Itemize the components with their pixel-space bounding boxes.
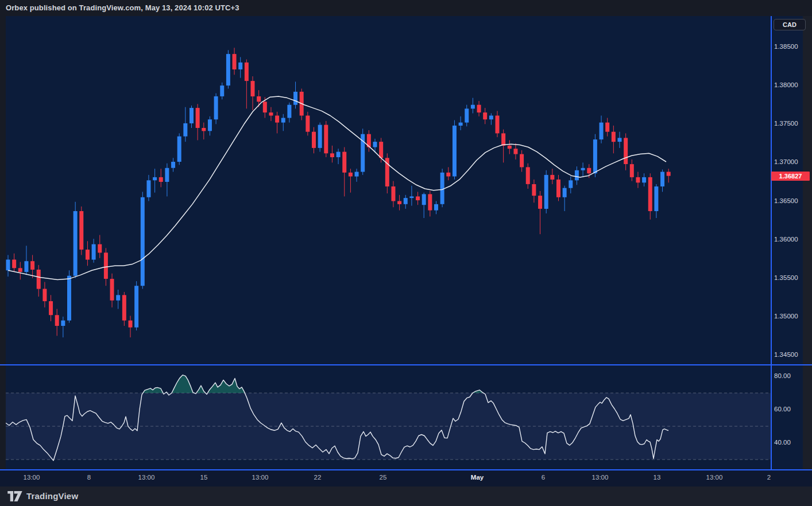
- time-axis-tick: 15: [200, 474, 208, 481]
- time-axis-tick: May: [471, 474, 484, 481]
- rsi-axis-label: 60.00: [774, 406, 791, 412]
- time-axis-tick: 25: [380, 474, 387, 481]
- time-axis-tick: 13:00: [252, 474, 269, 481]
- time-axis-tick: 13:00: [24, 474, 40, 481]
- brand-name[interactable]: TradingView: [26, 491, 78, 501]
- price-axis[interactable]: 1.385001.380001.375001.370001.365001.360…: [772, 16, 812, 470]
- footer-bar: TradingView: [0, 486, 812, 506]
- price-axis-label: 1.36000: [774, 236, 798, 243]
- publish-bar: Orbex published on TradingView.com, May …: [0, 0, 812, 16]
- time-axis[interactable]: 13:00813:001513:002225May613:001313:002: [0, 470, 812, 486]
- time-axis-tick: 22: [314, 474, 322, 481]
- candlestick-chart[interactable]: [6, 16, 771, 470]
- price-axis-label: 1.34500: [774, 351, 798, 358]
- time-axis-tick: 6: [542, 474, 545, 481]
- pane-separator[interactable]: [0, 364, 812, 365]
- price-axis-label: 1.35500: [774, 274, 798, 281]
- candle-wicks: [8, 48, 668, 337]
- price-axis-label: 1.38000: [774, 81, 798, 88]
- moving-average-line: [8, 96, 666, 280]
- left-margin: [0, 16, 6, 470]
- current-price-tag: 1.36827: [771, 172, 810, 181]
- price-axis-label: 1.36500: [774, 197, 798, 204]
- price-axis-label: 1.35000: [774, 313, 798, 320]
- time-axis-tick: 13:00: [706, 474, 723, 481]
- tradingview-logo-icon[interactable]: [7, 491, 22, 501]
- symbol-chip[interactable]: CAD: [774, 19, 806, 30]
- price-axis-label: 1.37000: [774, 158, 798, 165]
- price-axis-label: 1.38500: [774, 43, 798, 50]
- rsi-axis-label: 80.00: [774, 372, 791, 379]
- price-axis-label: 1.37500: [774, 120, 798, 127]
- time-axis-tick: 13:00: [592, 474, 609, 481]
- rsi-axis-label: 40.00: [774, 439, 791, 446]
- time-axis-tick: 2: [767, 474, 771, 481]
- time-axis-tick: 8: [87, 474, 91, 481]
- time-axis-tick: 13:00: [138, 474, 155, 481]
- time-axis-tick: 13: [654, 474, 661, 481]
- publish-text: Orbex published on TradingView.com, May …: [6, 3, 239, 12]
